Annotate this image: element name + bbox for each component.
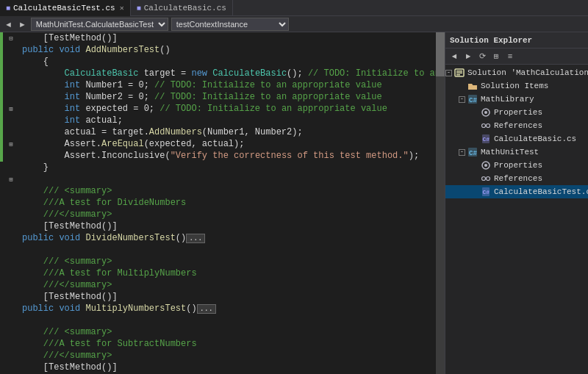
tree-item-mathlib-props[interactable]: Properties: [445, 106, 588, 119]
svg-point-8: [482, 124, 486, 128]
vertical-scrollbar[interactable]: [436, 32, 445, 374]
se-tool-filter[interactable]: ⊞: [490, 51, 502, 62]
code-line-9: actual = target.AddNumbers(Number1, Numb…: [19, 126, 436, 138]
code-line-1: [TestMethod()]: [19, 32, 436, 44]
tab-close-1[interactable]: ✕: [120, 4, 124, 12]
ref-icon-1: [480, 120, 492, 132]
se-tool-menu[interactable]: ≡: [504, 51, 516, 62]
tab-label-2: CalculateBasic.cs: [144, 4, 226, 12]
code-line-11: Assert.Inconclusive("Verify the correctn…: [19, 150, 436, 162]
se-tool-forward[interactable]: ►: [462, 51, 474, 62]
mathlib-props-label: Properties: [494, 108, 542, 117]
tab-icon-1: ■: [6, 4, 10, 12]
tab-bar: ■ CalculateBasicTest.cs ✕ ■ CalculateBas…: [0, 0, 588, 16]
code-line-24: public void MultiplyNumbersTest()...: [19, 303, 436, 314]
code-container: ⊟ ⊞ ⊞ ⊞ [TestMethod()] public void AddNu…: [0, 32, 445, 374]
editor-area: ⊟ ⊞ ⊞ ⊞ [TestMethod()] public void AddNu…: [0, 32, 445, 374]
code-line-6: int Number2 = 0; // TODO: Initialize to …: [19, 91, 436, 103]
code-line-14: /// <summary>: [19, 185, 436, 197]
svg-text:C#: C#: [469, 97, 477, 104]
tab-label-1: CalculateBasicTest.cs: [13, 4, 115, 12]
solution-tree: - Solution 'MathCalculation' (2 projects…: [445, 65, 588, 374]
code-line-26: /// <summary>: [19, 326, 436, 338]
code-editor[interactable]: [TestMethod()] public void AddNumbersTes…: [19, 32, 436, 374]
code-line-17: [TestMethod()]: [19, 220, 436, 232]
gutter-collapse-4[interactable]: ⊞: [3, 173, 19, 185]
svg-rect-3: [456, 74, 460, 76]
class-selector[interactable]: MathUnitTest.CalculateBasicTest: [31, 18, 168, 31]
svg-rect-1: [456, 71, 462, 72]
tab-calculate-basic-test[interactable]: ■ CalculateBasicTest.cs ✕: [0, 0, 131, 16]
props-icon-2: [480, 159, 492, 171]
svg-text:C#: C#: [483, 189, 490, 195]
svg-rect-2: [456, 73, 462, 74]
code-line-5: int Number1 = 0; // TODO: Initialize to …: [19, 79, 436, 91]
expand-mathlib[interactable]: -: [459, 96, 465, 103]
svg-point-9: [487, 124, 490, 128]
svg-point-18: [487, 177, 490, 181]
svg-text:C#: C#: [469, 150, 477, 157]
nav-forward-btn[interactable]: ►: [17, 20, 28, 29]
tree-item-calculatebasictest-cs[interactable]: C# CalculateBasicTest.cs: [445, 185, 588, 198]
calculatebasic-label: CalculateBasic.cs: [494, 134, 576, 143]
code-line-13: [19, 173, 436, 185]
breadcrumb-bar: ◄ ► MathUnitTest.CalculateBasicTest test…: [0, 16, 588, 32]
code-line-21: ///A test for MultiplyNumbers: [19, 267, 436, 279]
code-line-20: /// <summary>: [19, 256, 436, 267]
se-tool-refresh[interactable]: ⟳: [476, 51, 488, 62]
se-tool-back[interactable]: ◄: [448, 51, 460, 62]
code-line-29: [TestMethod()]: [19, 362, 436, 373]
svg-point-7: [484, 111, 487, 114]
member-selector[interactable]: testContextInstance: [171, 18, 289, 31]
tree-item-calculatebasic-cs[interactable]: C# CalculateBasic.cs: [445, 132, 588, 145]
cs-icon-1: C#: [480, 133, 492, 145]
code-line-27: ///A test for SubtractNumbers: [19, 338, 436, 350]
expand-solution[interactable]: -: [445, 70, 452, 76]
tree-item-mathunittest-props[interactable]: Properties: [445, 159, 588, 172]
solution-icon: [453, 67, 465, 79]
scroll-thumb[interactable]: [436, 32, 445, 76]
gutter-collapse-1[interactable]: ⊟: [3, 32, 19, 44]
tree-item-solution-items[interactable]: Solution Items: [445, 79, 588, 93]
solution-explorer-header: Solution Explorer: [445, 32, 588, 48]
expand-mathunittest[interactable]: -: [459, 149, 465, 156]
cs-icon-2: C#: [480, 186, 492, 198]
tree-item-solution[interactable]: - Solution 'MathCalculation' (2 projects…: [445, 66, 588, 79]
code-line-23: [TestMethod()]: [19, 291, 436, 303]
solution-items-label: Solution Items: [481, 82, 548, 90]
tab-icon-2: ■: [137, 4, 141, 12]
gutter-collapse-3[interactable]: ⊞: [3, 138, 19, 150]
mathunittest-refs-label: References: [494, 174, 542, 183]
code-line-19: [19, 244, 436, 256]
tree-item-mathunittest-refs[interactable]: References: [445, 172, 588, 185]
svg-point-17: [482, 177, 486, 181]
solution-explorer-title: Solution Explorer: [450, 36, 532, 45]
code-line-25: [19, 314, 436, 326]
tree-item-mathlib[interactable]: - C# MathLibrary: [445, 93, 588, 106]
code-line-10: Assert.AreEqual(expected, actual);: [19, 138, 436, 150]
proj-icon-mathlib: C#: [467, 93, 478, 105]
mathunittest-label: MathUnitTest: [481, 148, 539, 157]
folder-icon-solution-items: [467, 80, 478, 92]
code-line-8: int actual;: [19, 115, 436, 126]
proj-icon-mathunittest: C#: [467, 146, 478, 158]
code-line-2: public void AddNumbersTest(): [19, 44, 436, 56]
solution-explorer: Solution Explorer ◄ ► ⟳ ⊞ ≡ - Solution '…: [445, 32, 588, 374]
code-line-16: ///</summary>: [19, 209, 436, 220]
collapse-gutter: ⊟ ⊞ ⊞ ⊞: [3, 32, 19, 374]
tree-item-mathunittest[interactable]: - C# MathUnitTest: [445, 145, 588, 159]
nav-back-btn[interactable]: ◄: [3, 20, 14, 29]
mathlib-label: MathLibrary: [481, 95, 534, 104]
gutter-collapse-2[interactable]: ⊞: [3, 103, 19, 115]
main-area: ⊟ ⊞ ⊞ ⊞ [TestMethod()] public void AddNu…: [0, 32, 588, 374]
code-line-4: CalculateBasic target = new CalculateBas…: [19, 68, 436, 79]
tree-item-mathlib-refs[interactable]: References: [445, 119, 588, 132]
svg-text:C#: C#: [483, 136, 490, 143]
tab-calculate-basic[interactable]: ■ CalculateBasic.cs: [131, 0, 233, 16]
solution-label: Solution 'MathCalculation' (2 projects): [467, 68, 588, 77]
code-line-3: {: [19, 56, 436, 68]
solution-explorer-toolbar: ◄ ► ⟳ ⊞ ≡: [445, 48, 588, 65]
code-line-7: int expected = 0; // TODO: Initialize to…: [19, 103, 436, 115]
svg-point-16: [484, 164, 487, 167]
props-icon-1: [480, 107, 492, 118]
